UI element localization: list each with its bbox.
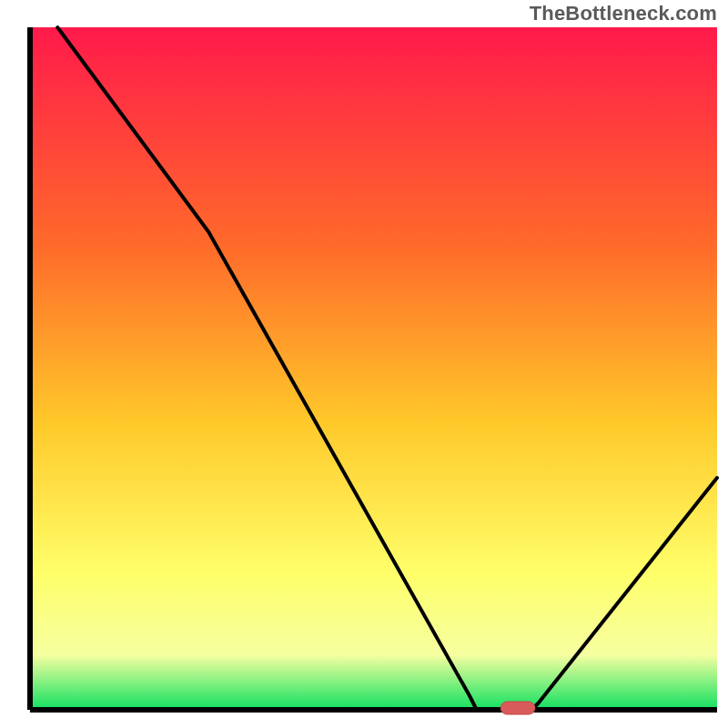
optimal-marker [500, 702, 535, 714]
watermark-text: TheBottleneck.com [530, 2, 717, 25]
bottleneck-chart [0, 0, 728, 728]
chart-container: { "watermark": "TheBottleneck.com", "col… [0, 0, 728, 728]
